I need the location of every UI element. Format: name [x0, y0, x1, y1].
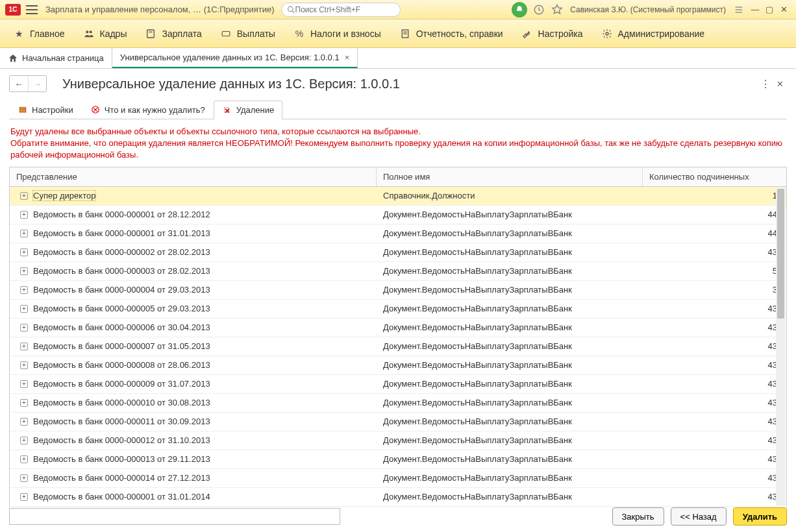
menu-personnel[interactable]: Кадры — [74, 19, 136, 47]
main-menu: ★Главное Кадры Зарплата Выплаты %Налоги … — [0, 19, 796, 48]
minimize-button[interactable]: — — [748, 3, 762, 17]
table-row[interactable]: +Супер директорСправочник.Должности1 — [10, 187, 786, 206]
expand-icon[interactable]: + — [20, 248, 28, 256]
table-row[interactable]: +Ведомость в банк 0000-000005 от 29.03.2… — [10, 300, 786, 319]
table-row[interactable]: +Ведомость в банк 0000-000011 от 30.09.2… — [10, 413, 786, 431]
menu-payouts[interactable]: Выплаты — [211, 19, 284, 47]
expand-icon[interactable]: + — [20, 361, 28, 369]
expand-icon[interactable]: + — [20, 267, 28, 275]
sectab-settings[interactable]: Настройки — [9, 100, 82, 119]
expand-icon[interactable]: + — [20, 493, 28, 501]
form-more-button[interactable]: ⋮ — [758, 78, 773, 90]
tab-active[interactable]: Универсальное удаление данных из 1С. Вер… — [112, 48, 358, 68]
table-row[interactable]: +Ведомость в банк 0000-000007 от 31.05.2… — [10, 337, 786, 356]
menu-salary[interactable]: Зарплата — [136, 19, 210, 47]
expand-icon[interactable]: + — [20, 305, 28, 313]
tab-home[interactable]: Начальная страница — [0, 48, 112, 68]
menu-label: Зарплата — [162, 29, 201, 39]
logo-1c-icon: 1C — [5, 4, 21, 16]
table-row[interactable]: +Ведомость в банк 0000-000009 от 31.07.2… — [10, 375, 786, 394]
user-name[interactable]: Савинская З.Ю. (Системный программист) — [570, 5, 726, 14]
svg-rect-10 — [222, 31, 230, 36]
menu-admin[interactable]: Администрирование — [592, 19, 714, 47]
vertical-scrollbar[interactable] — [776, 187, 786, 505]
expand-icon[interactable]: + — [20, 418, 28, 426]
close-window-button[interactable]: ✕ — [777, 3, 791, 17]
tab-close-icon[interactable]: × — [345, 53, 350, 62]
close-button[interactable]: Закрыть — [612, 507, 664, 526]
warning-line2: Обратите внимание, что операция удаления… — [10, 138, 786, 161]
table-row[interactable]: +Ведомость в банк 0000-000010 от 30.08.2… — [10, 394, 786, 413]
svg-rect-16 — [19, 109, 25, 110]
expand-icon[interactable]: + — [20, 399, 28, 407]
cell-count: 43 — [643, 450, 786, 468]
table-row[interactable]: +Ведомость в банк 0000-000001 от 28.12.2… — [10, 206, 786, 224]
panel-settings-icon[interactable] — [732, 3, 745, 16]
sectab-delete[interactable]: Удаление — [214, 101, 283, 119]
maximize-button[interactable]: ▢ — [762, 3, 777, 17]
notifications-icon[interactable] — [512, 2, 527, 18]
col-count[interactable]: Количество подчиненных — [643, 167, 786, 186]
star-icon: ★ — [13, 28, 25, 40]
sectab-what[interactable]: Что и как нужно удалить? — [82, 100, 214, 119]
tab-label: Универсальное удаление данных из 1С. Вер… — [120, 53, 340, 62]
expand-icon[interactable]: + — [20, 324, 28, 332]
delete-button[interactable]: Удалить — [733, 507, 787, 526]
cell-name: Ведомость в банк 0000-000009 от 31.07.20… — [33, 379, 210, 389]
hamburger-icon[interactable] — [26, 5, 38, 14]
expand-icon[interactable]: + — [20, 455, 28, 463]
cell-count: 1 — [643, 187, 786, 205]
cell-fullname: Документ.ВедомостьНаВыплатуЗарплатыВБанк — [377, 281, 643, 299]
svg-rect-8 — [147, 30, 155, 38]
cell-fullname: Документ.ВедомостьНаВыплатуЗарплатыВБанк — [377, 262, 643, 280]
table-row[interactable]: +Ведомость в банк 0000-000001 от 31.01.2… — [10, 224, 786, 243]
cell-count: 43 — [643, 469, 786, 487]
expand-icon[interactable]: + — [20, 230, 28, 237]
menu-settings[interactable]: Настройка — [512, 19, 592, 47]
form-close-button[interactable]: ✕ — [773, 79, 787, 89]
table-row[interactable]: +Ведомость в банк 0000-000013 от 29.11.2… — [10, 450, 786, 469]
table-row[interactable]: +Ведомость в банк 0000-000004 от 29.03.2… — [10, 281, 786, 300]
cell-name: Ведомость в банк 0000-000008 от 28.06.20… — [33, 360, 210, 370]
col-fullname[interactable]: Полное имя — [377, 167, 643, 186]
expand-icon[interactable]: + — [20, 211, 28, 219]
cell-count: 5 — [643, 262, 786, 280]
nav-forward-button[interactable]: → — [28, 76, 46, 91]
table-row[interactable]: +Ведомость в банк 0000-000008 от 28.06.2… — [10, 356, 786, 375]
cell-name: Ведомость в банк 0000-000001 от 31.01.20… — [33, 492, 210, 502]
table-row[interactable]: +Ведомость в банк 0000-000012 от 31.10.2… — [10, 431, 786, 450]
cell-name: Ведомость в банк 0000-000007 от 31.05.20… — [33, 341, 210, 351]
nav-back-button[interactable]: ← — [10, 76, 28, 91]
sectab-label: Что и как нужно удалить? — [105, 105, 205, 115]
table-row[interactable]: +Ведомость в банк 0000-000003 от 28.02.2… — [10, 262, 786, 281]
menu-main[interactable]: ★Главное — [4, 19, 74, 47]
expand-icon[interactable]: + — [20, 380, 28, 388]
favorites-icon[interactable] — [551, 3, 564, 16]
col-name[interactable]: Представление — [10, 167, 377, 186]
expand-icon[interactable]: + — [20, 286, 28, 294]
cell-fullname: Документ.ВедомостьНаВыплатуЗарплатыВБанк — [377, 469, 643, 487]
menu-label: Главное — [30, 29, 65, 39]
expand-icon[interactable]: + — [20, 474, 28, 482]
table-row[interactable]: +Ведомость в банк 0000-000014 от 27.12.2… — [10, 469, 786, 488]
menu-reports[interactable]: Отчетность, справки — [390, 19, 512, 47]
status-field[interactable] — [9, 508, 340, 525]
back-button[interactable]: << Назад — [671, 507, 727, 526]
menu-taxes[interactable]: %Налоги и взносы — [284, 19, 390, 47]
history-icon[interactable] — [532, 3, 545, 16]
expand-icon[interactable]: + — [20, 437, 28, 444]
search-input[interactable] — [295, 5, 395, 14]
svg-line-1 — [292, 10, 294, 12]
report-icon — [399, 28, 411, 40]
global-search[interactable] — [281, 3, 401, 17]
warning-line1: Будут удалены все выбранные объекты и об… — [10, 126, 786, 138]
cell-name: Ведомость в банк 0000-000013 от 29.11.20… — [33, 454, 210, 464]
cell-name: Ведомость в банк 0000-000002 от 28.02.20… — [33, 247, 210, 257]
table-body[interactable]: +Супер директорСправочник.Должности1+Вед… — [10, 187, 786, 507]
table-row[interactable]: +Ведомость в банк 0000-000002 от 28.02.2… — [10, 243, 786, 262]
cell-fullname: Документ.ВедомостьНаВыплатуЗарплатыВБанк — [377, 243, 643, 261]
expand-icon[interactable]: + — [20, 192, 28, 200]
scrollbar-thumb[interactable] — [777, 189, 784, 319]
table-row[interactable]: +Ведомость в банк 0000-000006 от 30.04.2… — [10, 319, 786, 337]
expand-icon[interactable]: + — [20, 343, 28, 350]
